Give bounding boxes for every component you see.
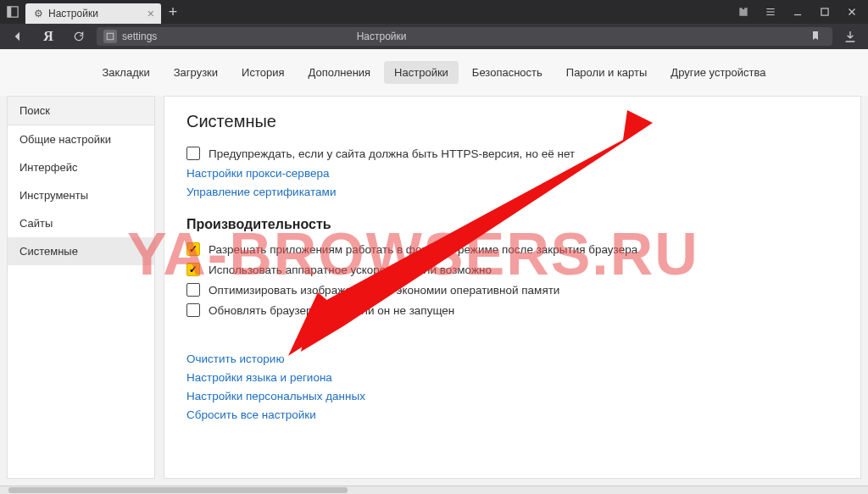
address-page-title: Настройки: [357, 31, 407, 42]
checkbox-icon[interactable]: [186, 303, 200, 317]
checkbox-icon[interactable]: [186, 147, 200, 160]
new-tab-button[interactable]: +: [161, 0, 185, 24]
option-auto-update[interactable]: Обновлять браузер, даже если он не запущ…: [186, 303, 838, 317]
option-label: Предупреждать, если у сайта должна быть …: [209, 147, 575, 160]
section-title: Системные: [186, 112, 838, 131]
tab-title: Настройки: [48, 8, 98, 19]
yandex-logo-icon[interactable]: Я: [36, 25, 61, 47]
back-button[interactable]: [5, 25, 31, 47]
horizontal-scrollbar[interactable]: [0, 486, 868, 494]
top-tab-addons[interactable]: Дополнения: [298, 61, 381, 84]
address-url: settings: [122, 31, 157, 42]
top-tab-devices[interactable]: Другие устройства: [660, 61, 776, 84]
subsection-performance: Производительность: [186, 217, 838, 232]
bottom-links: Очистить историю Настройки языка и регио…: [186, 352, 838, 421]
top-tab-downloads[interactable]: Загрузки: [164, 61, 228, 84]
link-manage-certs[interactable]: Управление сертификатами: [186, 186, 838, 198]
option-label: Использовать аппаратное ускорение, если …: [209, 264, 492, 276]
settings-panels: Поиск Общие настройки Интерфейс Инструме…: [0, 96, 868, 486]
sidebar-item-sites[interactable]: Сайты: [8, 209, 154, 237]
sidebar-item-interface[interactable]: Интерфейс: [8, 153, 154, 181]
top-tab-settings[interactable]: Настройки: [384, 61, 459, 84]
maximize-button[interactable]: [812, 0, 837, 24]
downloads-button[interactable]: [837, 25, 863, 47]
link-personal-data[interactable]: Настройки персональных данных: [186, 390, 838, 402]
close-window-button[interactable]: [839, 0, 865, 24]
settings-sidebar: Поиск Общие настройки Интерфейс Инструме…: [7, 96, 155, 479]
option-label: Оптимизировать изображения для экономии …: [209, 284, 559, 297]
top-tab-passwords[interactable]: Пароли и карты: [556, 61, 658, 84]
sidebar-item-system[interactable]: Системные: [8, 237, 154, 265]
link-reset-settings[interactable]: Сбросить все настройки: [186, 408, 838, 421]
sidebar-item-search[interactable]: Поиск: [8, 97, 154, 125]
content-area: Закладки Загрузки История Дополнения Нас…: [0, 49, 868, 486]
option-label: Обновлять браузер, даже если он не запущ…: [209, 304, 454, 317]
option-warn-https[interactable]: Предупреждать, если у сайта должна быть …: [186, 147, 838, 160]
title-bar: ⚙ Настройки × +: [0, 0, 868, 24]
site-icon: [103, 30, 117, 43]
address-field[interactable]: settings Настройки: [97, 27, 832, 46]
title-right: [731, 0, 868, 24]
settings-top-nav: Закладки Загрузки История Дополнения Нас…: [0, 49, 868, 96]
link-clear-history[interactable]: Очистить историю: [186, 352, 838, 365]
checkbox-icon[interactable]: [186, 263, 200, 276]
gear-icon: ⚙: [34, 8, 43, 19]
bookmark-icon[interactable]: [805, 29, 826, 44]
option-bg-apps[interactable]: Разрешать приложениям работать в фоновом…: [186, 242, 838, 256]
sidebar-item-tools[interactable]: Инструменты: [8, 181, 154, 209]
option-label: Разрешать приложениям работать в фоновом…: [209, 243, 637, 256]
minimize-button[interactable]: [785, 0, 810, 24]
sidebar-toggle-icon[interactable]: [0, 0, 25, 24]
svg-rect-3: [107, 33, 114, 40]
menu-icon[interactable]: [758, 0, 783, 24]
settings-main-panel: Системные Предупреждать, если у сайта до…: [164, 96, 861, 479]
browser-tab[interactable]: ⚙ Настройки ×: [25, 3, 161, 24]
checkbox-icon[interactable]: [186, 283, 200, 297]
sidebar-item-general[interactable]: Общие настройки: [8, 125, 154, 153]
link-proxy-settings[interactable]: Настройки прокси-сервера: [186, 167, 838, 180]
link-lang-region[interactable]: Настройки языка и региона: [186, 371, 838, 384]
top-tab-bookmarks[interactable]: Закладки: [92, 61, 159, 84]
extensions-icon[interactable]: [731, 0, 756, 24]
top-tab-security[interactable]: Безопасность: [462, 61, 553, 84]
address-bar: Я settings Настройки: [0, 24, 868, 49]
scrollbar-thumb[interactable]: [8, 487, 348, 493]
svg-rect-1: [8, 7, 11, 17]
option-optimize-images[interactable]: Оптимизировать изображения для экономии …: [186, 283, 838, 297]
title-left: ⚙ Настройки × +: [0, 0, 731, 24]
checkbox-icon[interactable]: [186, 242, 200, 256]
top-tab-history[interactable]: История: [231, 61, 294, 84]
option-hw-accel[interactable]: Использовать аппаратное ускорение, если …: [186, 263, 838, 276]
close-tab-icon[interactable]: ×: [147, 7, 154, 20]
reload-button[interactable]: [66, 25, 92, 47]
svg-rect-2: [821, 8, 828, 15]
